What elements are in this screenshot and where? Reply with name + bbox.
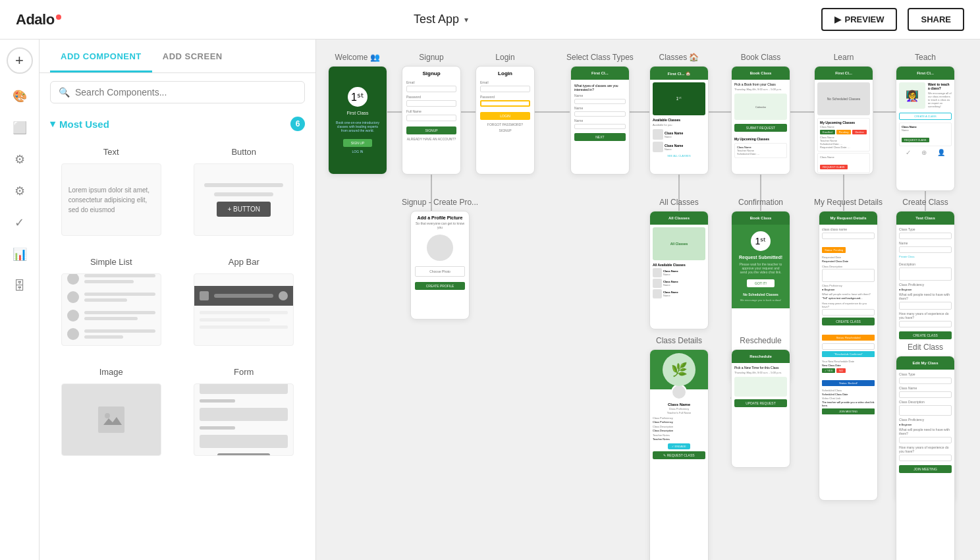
- component-form[interactable]: Form: [178, 356, 311, 466]
- components-grid: Text Lorem ipsum dolor sit amet, consect…: [40, 136, 315, 466]
- button-mock: + BUTTON: [217, 202, 271, 217]
- appbar-content: [194, 306, 293, 334]
- preview-label: PREVIEW: [845, 14, 885, 24]
- req-scheduled-class-label: Scheduled Class: [822, 389, 875, 392]
- screen-my-request[interactable]: My Request Details My Request Details cl…: [814, 198, 883, 501]
- list-lines: [84, 311, 155, 320]
- login-title: Login: [480, 70, 530, 76]
- classes-content: 1ˢᵗ Available Classes Available for you …: [650, 80, 708, 160]
- list-item-1: [67, 273, 155, 285]
- create-class-type-input: [899, 233, 952, 239]
- req-yes-btn: ✓ YES: [822, 368, 835, 373]
- list-line: [84, 317, 138, 320]
- form-field-label: [200, 399, 235, 403]
- component-button[interactable]: Button + BUTTON: [178, 136, 311, 246]
- edit-class-type-label: Class Type: [899, 372, 952, 376]
- screen-teach[interactable]: Teach First Cl... 👩‍🏫 Want to teach a cl…: [896, 53, 955, 191]
- screen-signup-create[interactable]: Signup - Create Pro... Add a Profile Pic…: [402, 198, 478, 320]
- class-detail: Name: [665, 135, 683, 138]
- create-class-create-btn: CREATE CLASS: [899, 331, 952, 339]
- screen-label-select-class: Select Class Types: [566, 53, 634, 62]
- welcome-logo: 1ˢᵗ: [348, 87, 368, 107]
- settings-icon-button[interactable]: ⚙: [5, 177, 34, 206]
- search-input[interactable]: [75, 87, 296, 98]
- screens-icon-button[interactable]: ⬜: [5, 113, 34, 142]
- check-icon-button[interactable]: ✓: [5, 208, 34, 237]
- class-details-prof: Class Proficiency: [653, 407, 705, 410]
- welcome-icon: 👥: [370, 53, 380, 62]
- reschedule-datetime: Thursday, May 4th, 9:00 a.m. - 5:00 p.m.: [734, 371, 787, 374]
- all-class-info: Class Name Name: [663, 291, 678, 297]
- chart-icon-button[interactable]: 📊: [5, 240, 34, 269]
- canvas-area[interactable]: Welcome 👥 1ˢᵗ First Class Book one-on-on…: [316, 40, 980, 560]
- screen-book-class[interactable]: Book Class Book Class Pick a Book from y…: [731, 53, 790, 175]
- all-class-thumb: [653, 279, 662, 288]
- header-right: ▶ PREVIEW SHARE: [821, 8, 964, 31]
- screen-label-my-request: My Request Details: [814, 198, 883, 207]
- class-info: Class Name Name: [665, 144, 683, 151]
- tab-add-component[interactable]: ADD COMPONENT: [50, 40, 152, 72]
- screen-frame-select-class: First Cl... What types of classes are yo…: [570, 66, 630, 175]
- section-most-used-header[interactable]: ▾ Most Used 6: [40, 111, 315, 136]
- screen-frame-learn: First Cl... No Scheduled Classes My Upco…: [814, 66, 873, 175]
- req-desc-input: [822, 269, 875, 282]
- screen-login[interactable]: Login Login Email Password LOGIN FORGOT …: [476, 53, 535, 175]
- teach-class-nm: Name: [902, 128, 949, 132]
- screen-all-classes[interactable]: All Classes All Classes All Classes All …: [649, 198, 709, 329]
- screen-frame-book-class: Book Class Pick a Book from your Class T…: [731, 66, 790, 175]
- edit-class-prof-label: Class Proficiency: [899, 418, 952, 422]
- all-class-item3: Class Name Name: [653, 289, 705, 298]
- classes-title: First Cl... 🏠: [668, 71, 690, 76]
- select-class-header: First Cl...: [571, 67, 629, 80]
- component-text[interactable]: Text Lorem ipsum dolor sit amet, consect…: [45, 136, 178, 246]
- class-detail: Name: [665, 148, 683, 151]
- signup-create-title: Add a Profile Picture: [415, 215, 465, 220]
- form-label: Form: [234, 367, 254, 377]
- class-details-image: 🌿: [650, 350, 708, 389]
- components-icon-button[interactable]: ⚙: [5, 145, 34, 174]
- book-cal-placeholder: Calendar: [755, 105, 766, 109]
- screen-welcome[interactable]: Welcome 👥 1ˢᵗ First Class Book one-on-on…: [328, 53, 387, 175]
- select-class-name-label2: Name: [574, 106, 626, 110]
- appbar-action-icon: [279, 291, 288, 300]
- screen-classes[interactable]: Classes 🏠 First Cl... 🏠 1ˢᵗ Available Cl…: [649, 53, 709, 175]
- screen-learn[interactable]: Learn First Cl... No Scheduled Classes M…: [814, 53, 873, 175]
- screen-label-login: Login: [495, 53, 514, 62]
- screen-reschedule[interactable]: Reschedule Reschedule Pick a New Time fo…: [731, 336, 790, 468]
- screen-class-details[interactable]: Class Details 🌿 Class Name Class Profici…: [649, 336, 709, 560]
- component-simple-list[interactable]: Simple List: [45, 246, 178, 356]
- share-button[interactable]: SHARE: [908, 8, 964, 31]
- component-image[interactable]: Image: [45, 356, 178, 466]
- screen-signup[interactable]: Signup Signup Email Password Full Name S…: [402, 53, 461, 175]
- edit-class-desc-label: Class Description: [899, 400, 952, 404]
- confirmation-no-scheduled: No Scheduled Classes: [743, 293, 778, 296]
- create-class-desc-input: [899, 267, 952, 281]
- teach-desc: We encourage all of our class members to…: [928, 92, 952, 108]
- create-class-exp-label: How many years of experience do you have…: [899, 312, 952, 320]
- signup-content: Signup Email Password Full Name SIGNUP A…: [402, 67, 460, 145]
- classes-available: Available Classes: [653, 118, 705, 122]
- component-app-bar[interactable]: App Bar: [178, 246, 311, 356]
- req-video-desc: The teacher will provide you a video cha…: [822, 401, 875, 407]
- req-requested-date-label: Requested Date: [822, 256, 875, 259]
- tab-add-screen[interactable]: ADD SCREEN: [152, 40, 233, 72]
- chevron-down-icon[interactable]: ▾: [464, 15, 468, 24]
- add-icon-button[interactable]: +: [7, 47, 33, 74]
- preview-button[interactable]: ▶ PREVIEW: [821, 8, 898, 31]
- select-class-title-bar: First Cl...: [591, 71, 609, 75]
- all-available: All Available Classes: [653, 263, 705, 267]
- component-panel: ADD COMPONENT ADD SCREEN 🔍 ▾ Most Used 6…: [40, 40, 316, 560]
- palette-icon-button[interactable]: 🎨: [5, 82, 34, 111]
- screen-edit-class[interactable]: Edit Class Edit My Class Class Type Clas…: [896, 343, 955, 560]
- reschedule-header: Reschedule: [732, 350, 790, 363]
- screen-frame-class-details: 🌿 Class Name Class Proficiency Teacher's…: [649, 349, 709, 560]
- app-bar-preview: [194, 273, 294, 346]
- form-field-label: [200, 426, 235, 430]
- screen-select-class[interactable]: Select Class Types First Cl... What type…: [566, 53, 634, 175]
- image-label: Image: [99, 367, 123, 377]
- screen-label-create-class: Create Class: [902, 198, 948, 207]
- screen-label-book-class: Book Class: [741, 53, 781, 62]
- database-icon-button[interactable]: 🗄: [5, 271, 34, 300]
- image-icon: [98, 406, 124, 433]
- confirmation-desc: Please wait for the teacher to approve y…: [738, 262, 783, 274]
